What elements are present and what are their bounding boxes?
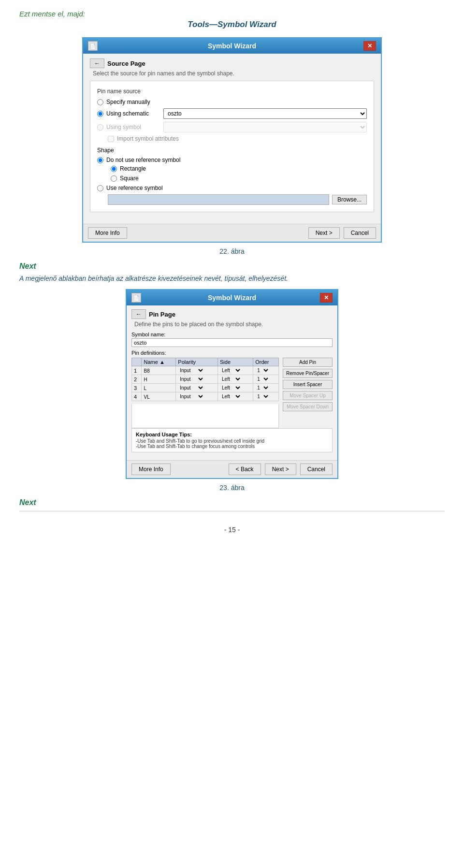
rectangle-label: Rectangle (120, 165, 146, 172)
pin-table-container: Name ▲ Polarity Side Order 1 Input Outpu… (131, 358, 279, 428)
dialog1-cancel-button[interactable]: Cancel (344, 227, 376, 239)
table-row: 4 Input Output Left Right 1 2 3 (132, 392, 279, 401)
do-not-use-row: Do not use reference symbol (97, 157, 367, 163)
keyboard-tips-line2: -Use Tab and Shift-Tab to change focus a… (136, 444, 328, 449)
dialog2-footer-right: < Back Next > Cancel (229, 463, 333, 475)
col-order: Order (253, 358, 279, 366)
import-checkbox[interactable] (108, 136, 114, 142)
browse-input-field (108, 194, 329, 205)
dialog1-footer-right: Next > Cancel (308, 227, 376, 239)
page-number: - 15 - (19, 526, 445, 534)
dialog1-more-info-button[interactable]: More Info (88, 227, 127, 239)
pin-num: 4 (132, 392, 142, 401)
dialog2-next-button[interactable]: Next > (265, 463, 296, 475)
sub-shape-options: Rectangle Square (111, 165, 367, 182)
page-divider (19, 511, 445, 511)
pin-actions: Add Pin Remove Pin/Spacer Insert Spacer … (283, 358, 333, 411)
browse-row: Browse... (108, 194, 367, 205)
col-polarity: Polarity (176, 358, 218, 366)
pin-order[interactable]: 1 2 3 (253, 392, 279, 401)
dialog2-cancel-button[interactable]: Cancel (300, 463, 333, 475)
pin-name[interactable] (142, 375, 176, 384)
import-label: Import symbol attributes (117, 135, 179, 142)
paragraph1: A megjelenő ablakban beírhatja az alkatr… (19, 275, 445, 282)
dialog2-close-button[interactable]: ✕ (320, 293, 333, 303)
dialog1-inner: Pin name source Specify manually Using s… (90, 81, 374, 212)
do-not-use-label: Do not use reference symbol (106, 157, 180, 163)
insert-spacer-button[interactable]: Insert Spacer (283, 380, 333, 389)
intro-save-text: Ezt mentse el, majd: (19, 10, 445, 18)
use-reference-label: Use reference symbol (106, 185, 163, 191)
dialog1-section-header: ← Source Page (90, 58, 374, 68)
dialog1-title: Symbol Wizard (101, 42, 363, 50)
specify-manually-radio[interactable] (97, 99, 103, 105)
pin-order[interactable]: 1 2 3 (253, 375, 279, 384)
dialog2-title: Symbol Wizard (144, 294, 320, 302)
move-spacer-up-button[interactable]: Move Spacer Up (283, 391, 333, 400)
pin-polarity[interactable]: Input Output (176, 366, 218, 375)
dialog2-section-name: Pin Page (149, 311, 175, 318)
shape-label: Shape (97, 147, 367, 154)
specify-manually-row: Specify manually (97, 99, 367, 105)
table-row: 3 Input Output Left Right 1 2 3 (132, 384, 279, 392)
dialog2-back-arrow[interactable]: ← (131, 309, 146, 319)
dialog1-titlebar: 📄 Symbol Wizard ✕ (83, 38, 381, 54)
pin-polarity[interactable]: Input Output (176, 392, 218, 401)
dialog1-back-button[interactable]: ← (90, 58, 104, 68)
col-num (132, 358, 142, 366)
next1-label: Next (19, 262, 445, 271)
symbol-name-row: Symbol name: (131, 332, 333, 347)
dialog1-body: ← Source Page Select the source for pin … (83, 54, 381, 224)
pin-side[interactable]: Left Right (218, 375, 253, 384)
dialog2-icon: 📄 (131, 293, 141, 303)
schematic-select[interactable]: oszto (163, 108, 367, 119)
symbol-name-input[interactable] (131, 338, 333, 347)
using-symbol-radio[interactable] (97, 124, 103, 130)
use-reference-radio[interactable] (97, 185, 103, 191)
browse-button[interactable]: Browse... (332, 195, 367, 204)
dialog2: 📄 Symbol Wizard ✕ ← Pin Page Define the … (126, 289, 338, 479)
pin-order[interactable]: 1 2 3 (253, 366, 279, 375)
import-checkbox-row: Import symbol attributes (108, 135, 367, 142)
keyboard-tips: Keyboard Usage Tips: -Use Tab and Shift-… (131, 428, 333, 452)
dialog1: 📄 Symbol Wizard ✕ ← Source Page Select t… (82, 37, 382, 243)
shape-group: Shape Do not use reference symbol Rectan… (97, 147, 367, 205)
dialog2-back-button[interactable]: < Back (229, 463, 261, 475)
empty-rows (131, 404, 279, 428)
square-label: Square (120, 175, 139, 182)
pin-name[interactable] (142, 384, 176, 392)
col-side: Side (218, 358, 253, 366)
dialog2-more-info-button[interactable]: More Info (131, 463, 171, 475)
dialog1-section-name: Source Page (107, 60, 145, 67)
tools-title: Tools—Symbol Wizard (19, 20, 445, 29)
rectangle-radio[interactable] (111, 166, 117, 172)
using-schematic-row: Using schematic oszto (97, 108, 367, 119)
move-spacer-down-button[interactable]: Move Spacer Down (283, 402, 333, 411)
square-row: Square (111, 175, 367, 182)
pin-side[interactable]: Left Right (218, 392, 253, 401)
dialog2-section-subtitle: Define the pins to be placed on the symb… (134, 321, 333, 328)
pin-polarity[interactable]: Input Output (176, 375, 218, 384)
do-not-use-radio[interactable] (97, 157, 103, 163)
pin-side[interactable]: Left Right (218, 366, 253, 375)
keyboard-tips-line1: -Use Tab and Shift-Tab to go to previous… (136, 438, 328, 444)
dialog2-footer: More Info < Back Next > Cancel (127, 460, 337, 478)
pin-name[interactable] (142, 366, 176, 375)
pin-table: Name ▲ Polarity Side Order 1 Input Outpu… (131, 358, 279, 401)
square-radio[interactable] (111, 175, 117, 182)
add-pin-button[interactable]: Add Pin (283, 358, 333, 367)
pin-order[interactable]: 1 2 3 (253, 384, 279, 392)
specify-manually-label: Specify manually (106, 99, 150, 105)
pin-side[interactable]: Left Right (218, 384, 253, 392)
pin-polarity[interactable]: Input Output (176, 384, 218, 392)
remove-pin-button[interactable]: Remove Pin/Spacer (283, 369, 333, 378)
dialog1-footer: More Info Next > Cancel (83, 224, 381, 242)
symbol-select[interactable] (163, 122, 367, 132)
pin-name[interactable] (142, 392, 176, 401)
using-schematic-radio[interactable] (97, 111, 103, 117)
pin-num: 2 (132, 375, 142, 384)
dialog1-close-button[interactable]: ✕ (363, 41, 376, 51)
figure2-label: 23. ábra (19, 484, 445, 492)
dialog1-next-button[interactable]: Next > (308, 227, 340, 239)
table-row: 1 Input Output Left Right 1 2 3 (132, 366, 279, 375)
